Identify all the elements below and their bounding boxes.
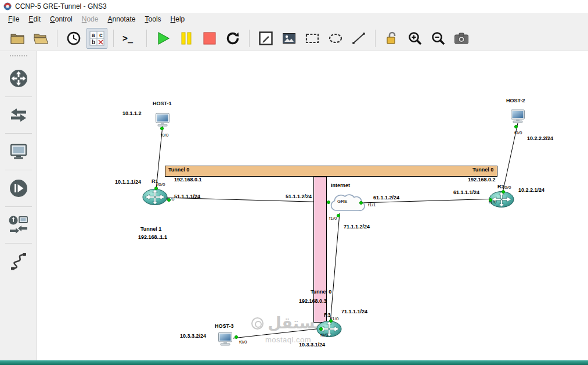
router-icon — [142, 188, 168, 206]
label-192-168-0-2: 192.168.0.2 — [468, 177, 496, 183]
label-192-168-1-1: 192.168..1.1 — [138, 235, 167, 241]
link-status-dot — [167, 198, 171, 202]
ellipse-icon — [328, 31, 343, 46]
browse-switches-button[interactable] — [3, 100, 34, 130]
draw-ellipse-button[interactable] — [325, 28, 346, 49]
menu-help[interactable]: Help — [166, 14, 190, 24]
lock-icon — [384, 31, 399, 46]
label-61-1-1-1-24: 61.1.1.1/24 — [453, 190, 479, 196]
switches-icon — [9, 105, 28, 125]
toolbar-grip[interactable] — [10, 55, 27, 59]
pc-icon — [218, 332, 233, 346]
menu-node[interactable]: Node — [77, 14, 103, 24]
interface-labels-button[interactable]: acb — [86, 28, 107, 49]
console-connect-all-button[interactable]: >_ — [120, 28, 140, 49]
label-f0-0: f0/0 — [320, 333, 328, 338]
label-host-1: HOST-1 — [153, 101, 172, 107]
start-button[interactable] — [153, 28, 174, 49]
label-10-3-3-1-24: 10.3.3.1/24 — [299, 342, 325, 348]
zoom-in-button[interactable] — [405, 28, 425, 49]
label-f0-0: f0/0 — [157, 182, 165, 188]
menu-annotate[interactable]: Annotate — [103, 14, 140, 24]
svg-text:b: b — [92, 39, 95, 45]
add-link-button[interactable] — [3, 246, 34, 277]
node-host-1[interactable] — [155, 113, 170, 127]
label-f1-0: f1/0 — [329, 216, 337, 221]
end-devices-icon — [9, 142, 28, 162]
window-title: CCNP-5 GRE-Tunnel - GNS3 — [15, 2, 107, 10]
mostaql-logo-icon — [251, 317, 264, 330]
label-71-1-1-1-24: 71.1.1.1/24 — [341, 309, 367, 315]
label-tunnel-1: Tunnel 1 — [140, 227, 161, 232]
picture-icon — [282, 31, 297, 46]
menu-edit[interactable]: Edit — [24, 14, 45, 24]
camera-icon — [454, 31, 469, 45]
window-body: مستقل mostaql.com HOST-110.1.1.2f0/0R110… — [0, 51, 588, 360]
folder-open-icon — [33, 32, 48, 45]
draw-line-button[interactable] — [348, 28, 369, 49]
browse-end-devices-button[interactable] — [3, 137, 34, 167]
label-f1-1: f1/1 — [368, 203, 376, 208]
label-10-3-3-2-24: 10.3.3.2/24 — [180, 334, 206, 339]
label-10-2-2-1-24: 10.2.2.1/24 — [518, 188, 544, 194]
browse-routers-button[interactable] — [3, 63, 34, 94]
link-status-dot — [154, 187, 158, 190]
draw-rectangle-button[interactable] — [302, 28, 323, 49]
folder-closed-icon — [10, 32, 25, 45]
label-host-3: HOST-3 — [215, 324, 234, 330]
insert-picture-button[interactable] — [279, 28, 300, 49]
browse-security-devices-button[interactable] — [3, 173, 34, 203]
label-f0-0: f0/0 — [514, 131, 522, 136]
link-status-dot — [489, 198, 492, 202]
sidebar-divider — [5, 133, 32, 134]
sidebar-divider — [5, 243, 32, 244]
toolbar-separator — [113, 30, 114, 47]
label-r3: R3 — [324, 313, 331, 319]
console-icon: >_ — [122, 32, 138, 45]
browse-all-devices-button[interactable] — [3, 210, 34, 240]
screenshot-button[interactable] — [451, 28, 472, 49]
all-devices-icon — [8, 215, 29, 235]
link-status-dot — [359, 201, 363, 205]
link-status-dot — [160, 127, 164, 130]
device-toolbar — [0, 51, 37, 360]
zoom-out-button[interactable] — [428, 28, 449, 49]
node-host-2[interactable] — [510, 109, 525, 123]
stop-button[interactable] — [199, 28, 220, 49]
link-status-dot — [327, 201, 330, 204]
label-51-1-1-2-24: 51.1.1.2/24 — [286, 194, 312, 200]
node-r1[interactable] — [142, 188, 168, 206]
menu-tools[interactable]: Tools — [140, 14, 166, 24]
zoom-out-icon — [431, 31, 446, 46]
svg-text:a: a — [92, 32, 95, 38]
label-f0-0: f0/0 — [161, 133, 168, 138]
add-link-icon — [9, 252, 28, 271]
node-host-3[interactable] — [218, 332, 233, 346]
snapshot-button[interactable] — [63, 28, 84, 49]
suspend-button[interactable] — [176, 28, 197, 49]
rect-icon — [305, 31, 320, 46]
bottom-strip — [0, 360, 588, 365]
svg-text:c: c — [99, 32, 103, 38]
label-host-2: HOST-2 — [506, 98, 525, 104]
label-71-1-1-2-24: 71.1.1.2/24 — [344, 224, 370, 230]
open-folder-button[interactable] — [30, 28, 51, 49]
link-status-dot — [337, 214, 340, 217]
pc-icon — [155, 113, 170, 127]
open-project-button[interactable] — [7, 28, 28, 49]
add-note-button[interactable] — [255, 28, 276, 49]
menu-file[interactable]: File — [3, 14, 24, 24]
reload-button[interactable] — [222, 28, 243, 49]
lock-items-button[interactable] — [381, 28, 402, 49]
menu-control[interactable]: Control — [45, 14, 77, 24]
topology-canvas[interactable]: مستقل mostaql.com HOST-110.1.1.2f0/0R110… — [37, 51, 588, 360]
line-icon — [351, 31, 366, 46]
gns3-window: CCNP-5 GRE-Tunnel - GNS3 FileEditControl… — [0, 0, 588, 365]
main-toolbar: acb>_ — [0, 26, 588, 51]
link-internet-r3[interactable] — [330, 213, 340, 323]
zoom-in-icon — [407, 31, 423, 46]
tunnel0-band[interactable] — [165, 166, 497, 177]
label-10-1-1-1-24: 10.1.1.1/24 — [115, 180, 141, 185]
toolbar-separator — [375, 30, 376, 47]
label-tunnel-0: Tunnel 0 — [472, 167, 493, 173]
